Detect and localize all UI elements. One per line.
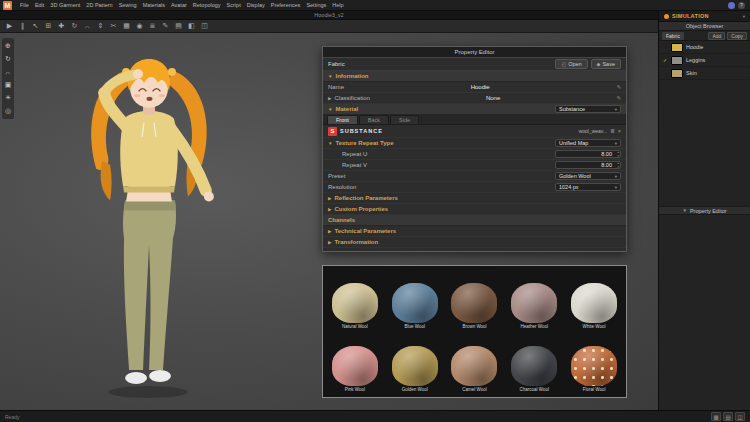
view-grid-icon[interactable]: ▦ bbox=[711, 412, 721, 421]
menu-file[interactable]: File bbox=[17, 2, 32, 8]
rotate-icon[interactable]: ↻ bbox=[69, 21, 80, 32]
menu-help[interactable]: Help bbox=[329, 2, 346, 8]
save-button[interactable]: ◆ Save bbox=[591, 59, 621, 69]
copy-fabric-button[interactable]: Copy bbox=[727, 32, 747, 40]
caret-down-icon[interactable]: ▼ bbox=[328, 141, 332, 146]
sidebar-property-editor-header[interactable]: ▼ Property Editor bbox=[659, 206, 750, 215]
show-avatar-icon[interactable]: ▣ bbox=[3, 80, 13, 90]
material-tab-front[interactable]: Front bbox=[327, 115, 358, 124]
repeat-v-input[interactable]: 8.00 ▴▾ bbox=[555, 161, 621, 169]
preset-blue-wool[interactable]: Blue Wool bbox=[386, 269, 444, 331]
camera-icon[interactable]: ◎ bbox=[3, 106, 13, 116]
view-layers-icon[interactable]: ▤ bbox=[723, 412, 733, 421]
caret-right-icon[interactable]: ▶ bbox=[328, 96, 331, 101]
fabric-list: Hoodie✓LegginsSkin bbox=[659, 41, 750, 80]
menu-avatar[interactable]: Avatar bbox=[168, 2, 190, 8]
account-avatar-icon[interactable] bbox=[728, 2, 735, 9]
section-material[interactable]: ▼ Material Substance ▾ bbox=[323, 104, 626, 115]
preset-charcoal-wool[interactable]: Charcoal Wool bbox=[505, 333, 563, 395]
edit-name-icon[interactable]: ✎ bbox=[616, 84, 621, 90]
classification-value[interactable]: None bbox=[373, 95, 614, 101]
transformation-row[interactable]: ▶ Transformation bbox=[323, 237, 626, 248]
remove-substance-icon[interactable]: × bbox=[618, 128, 621, 134]
menu-script[interactable]: Script bbox=[224, 2, 244, 8]
preset-brown-wool[interactable]: Brown Wool bbox=[446, 269, 504, 331]
fabric-item-leggins[interactable]: ✓Leggins bbox=[659, 54, 750, 67]
reflection-parameters-row[interactable]: ▶ Reflection Parameters bbox=[323, 193, 626, 204]
move-vertical-icon[interactable]: ⇕ bbox=[95, 21, 106, 32]
technical-parameters-row[interactable]: ▶ Technical Parameters bbox=[323, 226, 626, 237]
fabric-item-hoodie[interactable]: Hoodie bbox=[659, 41, 750, 54]
material-tab-side[interactable]: Side bbox=[390, 115, 419, 124]
scissors-icon[interactable]: ✂ bbox=[108, 21, 119, 32]
edit-classification-icon[interactable]: ✎ bbox=[616, 95, 621, 101]
custom-properties-row[interactable]: ▶ Custom Properties bbox=[323, 204, 626, 215]
select-icon[interactable]: ↖ bbox=[30, 21, 41, 32]
simulate-icon[interactable]: ▶ bbox=[4, 21, 15, 32]
menu-sewing[interactable]: Sewing bbox=[116, 2, 140, 8]
preset-pink-wool[interactable]: Pink Wool bbox=[326, 333, 384, 395]
preset-golden-wool[interactable]: Golden Wool bbox=[386, 333, 444, 395]
gizmo-move-icon[interactable]: ⊕ bbox=[3, 41, 13, 51]
material-type-dropdown[interactable]: Substance ▾ bbox=[555, 105, 621, 113]
edit-icon[interactable]: ✎ bbox=[160, 21, 171, 32]
box-select-icon[interactable]: ⊞ bbox=[43, 21, 54, 32]
menu-items: FileEdit3D Garment2D PatternSewingMateri… bbox=[17, 2, 347, 8]
preset-natural-wool[interactable]: Natural Wool bbox=[326, 269, 384, 331]
section-channels[interactable]: Channels bbox=[323, 215, 626, 226]
3d-viewport[interactable]: ⊕↻⇔▣☀◎ bbox=[0, 33, 658, 410]
chevron-down-icon: ▾ bbox=[615, 185, 617, 190]
menu-edit[interactable]: Edit bbox=[32, 2, 47, 8]
avatar-character[interactable] bbox=[36, 41, 276, 405]
menu-2d-pattern[interactable]: 2D Pattern bbox=[83, 2, 115, 8]
name-value[interactable]: Hoodie bbox=[347, 84, 613, 90]
view-split-icon[interactable]: ◫ bbox=[735, 412, 745, 421]
property-editor-title[interactable]: Property Editor bbox=[323, 47, 626, 58]
open-button[interactable]: ◰ Open bbox=[555, 59, 587, 69]
preset-camel-wool[interactable]: Camel Wool bbox=[446, 333, 504, 395]
substance-file-name[interactable]: wool_weav... bbox=[579, 128, 608, 134]
menu-preferences[interactable]: Preferences bbox=[268, 2, 304, 8]
list-icon[interactable]: ≣ bbox=[147, 21, 158, 32]
preset-floral-wool[interactable]: Floral Wool bbox=[565, 333, 623, 395]
gizmo-scale-icon[interactable]: ⇔ bbox=[3, 67, 13, 77]
move-horizontal-icon[interactable]: ⇔ bbox=[82, 21, 93, 32]
preset-white-wool[interactable]: White Wool bbox=[565, 269, 623, 331]
add-fabric-button[interactable]: Add bbox=[708, 32, 725, 40]
preset-heather-wool[interactable]: Heather Wool bbox=[505, 269, 563, 331]
half-view-icon[interactable]: ◧ bbox=[186, 21, 197, 32]
fabric-thumbnail bbox=[671, 69, 683, 78]
add-point-icon[interactable]: ✚ bbox=[56, 21, 67, 32]
menu-materials[interactable]: Materials bbox=[140, 2, 168, 8]
material-tab-back[interactable]: Back bbox=[359, 115, 389, 124]
object-browser-title[interactable]: Object Browser bbox=[659, 22, 750, 31]
simulation-button[interactable]: SIMULATION ▾ bbox=[659, 11, 750, 22]
help-icon[interactable]: ? bbox=[738, 2, 745, 9]
menu-settings[interactable]: Settings bbox=[303, 2, 329, 8]
chevron-down-icon[interactable]: ▾ bbox=[743, 14, 745, 19]
preset-label: White Wool bbox=[583, 325, 606, 330]
preset-swatch bbox=[451, 283, 497, 323]
material-side-tabs: FrontBackSide bbox=[323, 115, 626, 125]
menu-retopology[interactable]: Retopology bbox=[190, 2, 224, 8]
app-logo[interactable]: M bbox=[3, 1, 12, 10]
preset-dropdown[interactable]: Golden Wool ▾ bbox=[555, 172, 621, 180]
stepper-down-icon[interactable]: ▾ bbox=[617, 166, 619, 170]
target-icon[interactable]: ◉ bbox=[134, 21, 145, 32]
menu-3d-garment[interactable]: 3D Garment bbox=[47, 2, 83, 8]
fabric-item-skin[interactable]: Skin bbox=[659, 67, 750, 80]
resolution-dropdown[interactable]: 1024 px ▾ bbox=[555, 183, 621, 191]
grid-icon[interactable]: ▦ bbox=[121, 21, 132, 32]
pause-icon[interactable]: ∥ bbox=[17, 21, 28, 32]
light-icon[interactable]: ☀ bbox=[3, 93, 13, 103]
repeat-u-input[interactable]: 8.00 ▴▾ bbox=[555, 150, 621, 158]
tab-fabric[interactable]: Fabric bbox=[662, 32, 684, 40]
substance-settings-icon[interactable]: ≣ bbox=[610, 128, 615, 134]
section-information[interactable]: ▼ Information bbox=[323, 71, 626, 82]
texture-repeat-dropdown[interactable]: Unified Map ▾ bbox=[555, 139, 621, 147]
gizmo-rotate-icon[interactable]: ↻ bbox=[3, 54, 13, 64]
stepper-down-icon[interactable]: ▾ bbox=[617, 155, 619, 159]
layers-icon[interactable]: ▤ bbox=[173, 21, 184, 32]
split-view-icon[interactable]: ◫ bbox=[199, 21, 210, 32]
menu-display[interactable]: Display bbox=[244, 2, 268, 8]
